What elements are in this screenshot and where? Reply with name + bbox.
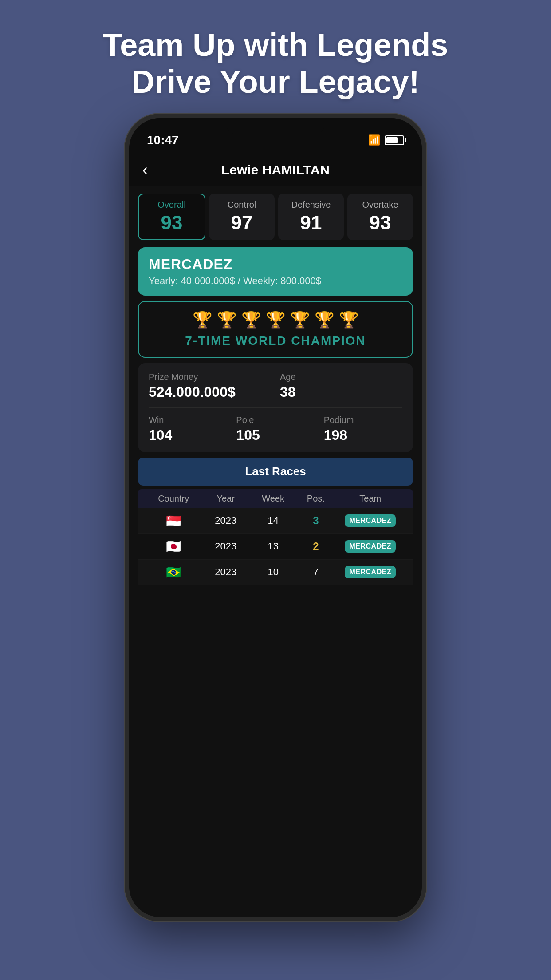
cell-team-3: MERCADEZ: [335, 566, 406, 578]
cell-year-3: 2023: [202, 566, 249, 578]
side-button-vol-down: [125, 304, 127, 349]
stat-overall-label: Overall: [157, 200, 185, 210]
cell-pos-3: 7: [297, 566, 335, 578]
stat-defensive-value: 91: [300, 212, 322, 234]
headline-line2: Drive Your Legacy!: [131, 64, 420, 99]
detail-pole: Pole 105: [236, 415, 315, 443]
phone-frame: 10:47 📶 ‹ Lewie HAMILTAN Overall 93 Cont…: [125, 114, 426, 921]
podium-label: Podium: [324, 415, 402, 425]
side-button-vol-up: [125, 251, 127, 296]
stat-control-label: Control: [228, 200, 256, 210]
team-card[interactable]: MERCADEZ Yearly: 40.000.000$ / Weekly: 8…: [138, 247, 413, 296]
trophy-4: 🏆: [266, 311, 286, 329]
age-value: 38: [280, 384, 402, 400]
side-button-power: [424, 242, 426, 287]
cell-week-3: 10: [249, 566, 297, 578]
trophy-6: 🏆: [315, 311, 335, 329]
table-row: 🇯🇵 2023 13 2 MERCADEZ: [138, 534, 413, 560]
age-label: Age: [280, 372, 402, 382]
status-icons: 📶: [368, 134, 404, 146]
col-year: Year: [202, 494, 249, 504]
stat-overtake-label: Overtake: [362, 200, 398, 210]
cell-week-1: 14: [249, 515, 297, 526]
status-bar: 10:47 📶: [129, 118, 422, 154]
app-content: ‹ Lewie HAMILTAN Overall 93 Control 97 D…: [129, 154, 422, 917]
trophy-7: 🏆: [339, 311, 359, 329]
stat-defensive: Defensive 91: [278, 194, 344, 240]
stat-defensive-label: Defensive: [291, 200, 331, 210]
side-button-silent: [125, 216, 127, 242]
table-row: 🇧🇷 2023 10 7 MERCADEZ: [138, 560, 413, 585]
champion-banner: 🏆 🏆 🏆 🏆 🏆 🏆 🏆 7-TIME WORLD CHAMPION: [138, 301, 413, 358]
app-header: ‹ Lewie HAMILTAN: [129, 154, 422, 186]
detail-podium: Podium 198: [324, 415, 402, 443]
trophy-1: 🏆: [193, 311, 213, 329]
cell-year-1: 2023: [202, 515, 249, 526]
col-pos: Pos.: [297, 494, 335, 504]
stat-control-value: 97: [231, 212, 253, 234]
page-headline: Team Up with Legends Drive Your Legacy!: [67, 0, 484, 114]
driver-name: Lewie HAMILTAN: [221, 162, 330, 178]
detail-win: Win 104: [149, 415, 227, 443]
detail-row-prize: Prize Money 524.000.000$ Age 38: [149, 372, 402, 400]
cell-flag-2: 🇯🇵: [145, 539, 202, 554]
trophies-row: 🏆 🏆 🏆 🏆 🏆 🏆 🏆: [193, 311, 359, 329]
wifi-icon: 📶: [368, 134, 380, 146]
detail-age: Age 38: [280, 372, 402, 400]
detail-row-stats: Win 104 Pole 105 Podium 198: [149, 407, 402, 443]
battery-fill: [386, 137, 398, 143]
cell-team-1: MERCADEZ: [335, 514, 406, 527]
win-label: Win: [149, 415, 227, 425]
col-country: Country: [145, 494, 202, 504]
prize-value: 524.000.000$: [149, 384, 271, 400]
stats-details: Prize Money 524.000.000$ Age 38 Win 104 …: [138, 363, 413, 452]
team-salary: Yearly: 40.000.000$ / Weekly: 800.000$: [149, 275, 402, 287]
cell-flag-3: 🇧🇷: [145, 565, 202, 580]
cell-team-2: MERCADEZ: [335, 540, 406, 553]
col-week: Week: [249, 494, 297, 504]
table-header-row: Country Year Week Pos. Team: [138, 489, 413, 508]
battery-icon: [385, 135, 404, 145]
team-name: MERCADEZ: [149, 256, 402, 273]
prize-label: Prize Money: [149, 372, 271, 382]
stat-control: Control 97: [209, 194, 275, 240]
stat-overall-value: 93: [161, 212, 183, 234]
trophy-2: 🏆: [217, 311, 237, 329]
side-button-right: [424, 242, 426, 287]
trophy-3: 🏆: [241, 311, 261, 329]
pole-label: Pole: [236, 415, 315, 425]
cell-year-2: 2023: [202, 541, 249, 552]
cell-pos-2: 2: [297, 540, 335, 553]
side-buttons-left: [125, 216, 127, 349]
headline-line1: Team Up with Legends: [103, 27, 449, 63]
col-team: Team: [335, 494, 406, 504]
stat-overtake-value: 93: [370, 212, 391, 234]
races-table: Country Year Week Pos. Team 🇸🇬 2023 14 3…: [138, 489, 413, 917]
stat-overall: Overall 93: [138, 194, 205, 240]
podium-value: 198: [324, 427, 402, 443]
back-button[interactable]: ‹: [142, 161, 148, 179]
table-row: 🇸🇬 2023 14 3 MERCADEZ: [138, 508, 413, 534]
phone-notch: [227, 118, 324, 134]
cell-flag-1: 🇸🇬: [145, 514, 202, 528]
win-value: 104: [149, 427, 227, 443]
champion-text: 7-TIME WORLD CHAMPION: [185, 334, 366, 348]
stat-overtake: Overtake 93: [347, 194, 413, 240]
last-races-header: Last Races: [138, 458, 413, 486]
trophy-5: 🏆: [290, 311, 310, 329]
stats-row: Overall 93 Control 97 Defensive 91 Overt…: [129, 186, 422, 247]
status-time: 10:47: [147, 133, 179, 147]
cell-week-2: 13: [249, 541, 297, 552]
last-races-title: Last Races: [245, 465, 306, 478]
cell-pos-1: 3: [297, 514, 335, 527]
detail-prize-money: Prize Money 524.000.000$: [149, 372, 271, 400]
pole-value: 105: [236, 427, 315, 443]
